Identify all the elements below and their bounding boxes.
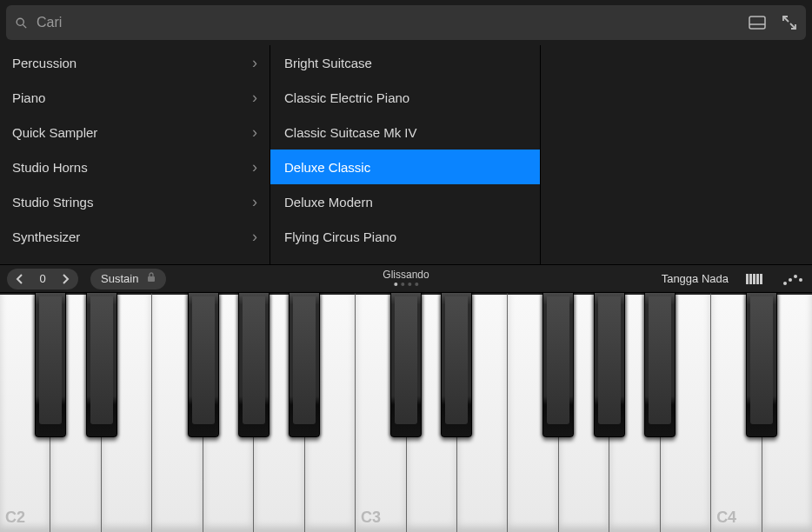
octave-label: C3 (361, 509, 381, 527)
arpeggiator-icon[interactable] (782, 272, 803, 286)
category-label: Quick Sampler (12, 125, 97, 140)
sustain-label: Sustain (101, 272, 138, 285)
svg-line-1 (23, 24, 26, 28)
preset-label: Deluxe Classic (284, 160, 370, 175)
category-item[interactable]: Piano› (0, 80, 270, 115)
category-label: Percussion (12, 56, 77, 70)
svg-point-10 (783, 282, 787, 285)
category-label: Studio Horns (12, 160, 88, 175)
svg-point-13 (799, 278, 802, 282)
play-mode-selector[interactable]: Glissando (383, 269, 429, 286)
search-input[interactable] (37, 15, 797, 30)
fullscreen-icon[interactable] (782, 15, 797, 30)
svg-rect-5 (746, 274, 749, 284)
page-dots (383, 283, 429, 286)
sustain-button[interactable]: Sustain (90, 269, 166, 289)
octave-up-button[interactable] (56, 269, 75, 289)
category-item[interactable]: Studio Horns› (0, 150, 270, 184)
category-label: Piano (12, 90, 45, 105)
category-label: Synthesizer (12, 229, 80, 244)
category-item[interactable]: Studio Strings› (0, 184, 270, 219)
black-key[interactable] (35, 293, 66, 437)
play-mode-label: Glissando (383, 269, 429, 281)
svg-rect-7 (753, 274, 755, 284)
chevron-right-icon: › (252, 54, 257, 72)
octave-label: C2 (5, 509, 25, 527)
preset-label: Flying Circus Piano (284, 229, 396, 244)
octave-control: 0 (7, 269, 78, 289)
svg-rect-8 (756, 274, 759, 284)
chevron-right-icon: › (252, 193, 257, 211)
chevron-right-icon: › (252, 228, 257, 246)
svg-rect-4 (148, 276, 155, 282)
chevron-right-icon: › (252, 158, 257, 176)
lock-icon (147, 272, 156, 285)
octave-label: C4 (716, 509, 736, 527)
keyboard-layout-icon[interactable] (746, 272, 765, 286)
black-key[interactable] (594, 293, 625, 437)
preset-label: Deluxe Modern (284, 195, 373, 209)
preset-label: Classic Electric Piano (284, 90, 409, 105)
preset-column: Bright SuitcaseClassic Electric PianoCla… (270, 45, 541, 264)
preset-item[interactable]: Flying Circus Piano (270, 219, 540, 254)
black-key[interactable] (390, 293, 422, 437)
preset-item[interactable]: Deluxe Classic (270, 150, 540, 184)
view-mode-icon[interactable] (749, 16, 766, 30)
black-key[interactable] (289, 293, 320, 437)
sound-browser: Percussion›Piano›Quick Sampler›Studio Ho… (0, 45, 812, 264)
svg-point-11 (789, 278, 792, 282)
category-label: Studio Strings (12, 195, 93, 209)
svg-rect-2 (749, 17, 765, 29)
chevron-right-icon: › (252, 89, 257, 107)
category-column: Percussion›Piano›Quick Sampler›Studio Ho… (0, 45, 270, 264)
preset-label: Bright Suitcase (284, 56, 372, 70)
black-key[interactable] (441, 293, 472, 437)
svg-rect-6 (749, 274, 752, 284)
search-icon (15, 17, 28, 30)
keyboard-toolbar: 0 Sustain Glissando Tangga Nada (0, 264, 812, 292)
category-item[interactable]: Synthesizer› (0, 219, 270, 254)
preset-item[interactable]: Classic Suitcase Mk IV (270, 115, 540, 150)
svg-point-12 (794, 275, 797, 278)
octave-down-button[interactable] (10, 269, 30, 289)
preset-label: Classic Suitcase Mk IV (284, 125, 417, 140)
black-key[interactable] (746, 293, 777, 437)
octave-value: 0 (30, 272, 56, 285)
category-item[interactable]: Quick Sampler› (0, 115, 270, 150)
piano-keyboard[interactable]: C2C3C4 (0, 292, 812, 532)
search-bar (6, 5, 806, 40)
black-key[interactable] (542, 293, 574, 437)
black-key[interactable] (188, 293, 219, 437)
chevron-right-icon: › (252, 123, 257, 142)
scale-label[interactable]: Tangga Nada (662, 272, 729, 285)
black-key[interactable] (238, 293, 270, 437)
black-key[interactable] (86, 293, 117, 437)
preset-item[interactable]: Deluxe Modern (270, 184, 540, 219)
preset-item[interactable]: Bright Suitcase (270, 45, 540, 80)
svg-rect-9 (760, 274, 762, 284)
category-item[interactable]: Percussion› (0, 45, 270, 80)
svg-point-0 (17, 18, 23, 25)
black-key[interactable] (644, 293, 676, 437)
preset-item[interactable]: Classic Electric Piano (270, 80, 540, 115)
